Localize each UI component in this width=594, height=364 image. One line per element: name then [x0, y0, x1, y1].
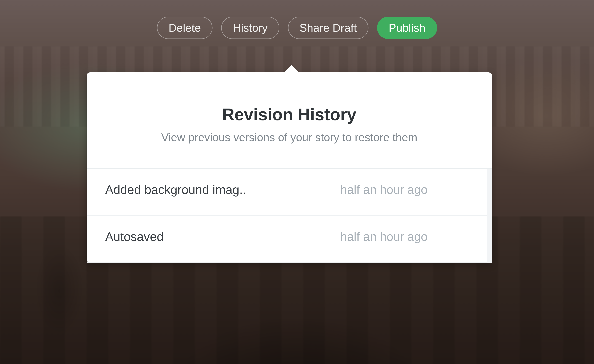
editor-toolbar: Delete History Share Draft Publish	[157, 17, 437, 39]
scrollbar[interactable]	[487, 169, 492, 263]
revision-history-popover: Revision History View previous versions …	[87, 72, 492, 263]
revision-label: Added background imag..	[105, 183, 340, 197]
delete-button[interactable]: Delete	[157, 17, 213, 39]
history-button[interactable]: History	[221, 17, 279, 39]
revision-row[interactable]: Added background imag.. half an hour ago	[87, 169, 492, 216]
revision-time: half an hour ago	[340, 230, 473, 244]
revision-list: Added background imag.. half an hour ago…	[87, 169, 492, 263]
popover-header: Revision History View previous versions …	[87, 72, 492, 169]
publish-button-label: Publish	[389, 22, 425, 34]
history-button-label: History	[233, 22, 268, 34]
delete-button-label: Delete	[169, 22, 201, 34]
share-draft-button[interactable]: Share Draft	[288, 17, 368, 39]
revision-row[interactable]: Autosaved half an hour ago	[87, 216, 492, 263]
publish-button[interactable]: Publish	[377, 17, 437, 39]
share-draft-button-label: Share Draft	[299, 22, 357, 34]
popover-title: Revision History	[105, 105, 473, 124]
revision-label: Autosaved	[105, 230, 340, 244]
popover-subtitle: View previous versions of your story to …	[105, 131, 473, 144]
stage: Delete History Share Draft Publish Revis…	[0, 0, 594, 364]
revision-time: half an hour ago	[340, 183, 473, 197]
